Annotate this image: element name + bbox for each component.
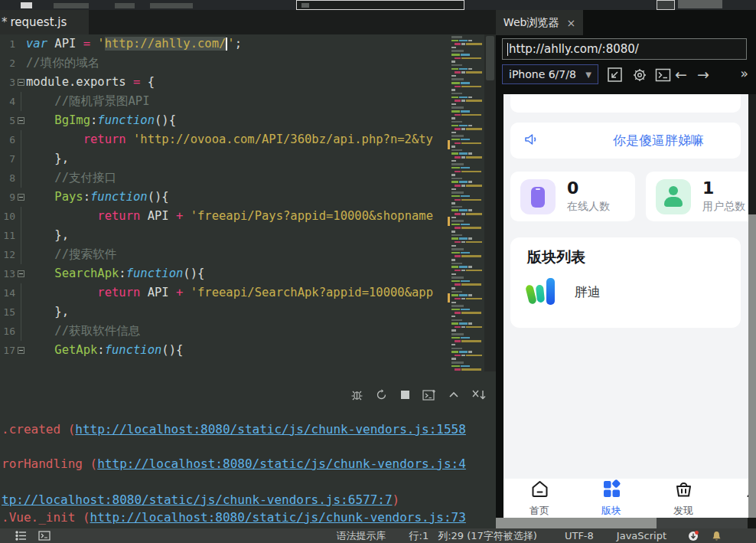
- minimap-segment: [455, 114, 461, 116]
- code-line: 12 //搜索软件: [0, 245, 448, 264]
- browser-vscrollbar[interactable]: [748, 94, 756, 518]
- back-arrow-icon[interactable]: ←: [675, 67, 687, 82]
- chevron-down-icon: ▼: [585, 70, 591, 79]
- fold-marker-icon[interactable]: [15, 73, 26, 92]
- collapse-icon[interactable]: [448, 390, 460, 401]
- tab-me[interactable]: 我: [719, 479, 748, 518]
- device-select[interactable]: iPhone 6/7/8 ▼: [502, 64, 598, 84]
- tab-request-js[interactable]: *request.js: [0, 10, 89, 34]
- cursor-line[interactable]: 行:1: [409, 529, 429, 543]
- minimap-segment: [451, 117, 455, 119]
- restart-icon[interactable]: [375, 388, 388, 401]
- minimap-segment: [451, 329, 456, 332]
- fold-marker-icon[interactable]: [15, 111, 26, 130]
- minimap-segment: [461, 128, 465, 130]
- stop-icon[interactable]: [399, 389, 411, 401]
- console-terminal-icon[interactable]: [655, 68, 671, 85]
- more-chevrons-icon[interactable]: »: [741, 66, 748, 81]
- minimap-segment: [455, 100, 461, 102]
- minimap-segment: [459, 40, 468, 42]
- user-count: 1: [702, 179, 745, 198]
- section-item[interactable]: 胖迪: [527, 277, 724, 306]
- toolbar-small-button[interactable]: [657, 0, 675, 10]
- settings-gear-icon[interactable]: [632, 67, 647, 86]
- open-external-icon[interactable]: [607, 67, 623, 86]
- hscrollbar-thumb[interactable]: [496, 518, 657, 528]
- stack-trace-link[interactable]: http://localhost:8080/static/js/chunk-ve…: [97, 456, 466, 471]
- tab-sections[interactable]: 版块: [575, 479, 647, 518]
- code-line: 7 },: [0, 149, 448, 168]
- outline-icon[interactable]: [15, 531, 28, 541]
- toolbar-run-button[interactable]: [678, 0, 722, 8]
- section-list-card: 版块列表 胖迪: [510, 237, 741, 328]
- console-line: .Vue._init (http://localhost:8080/static…: [2, 510, 466, 525]
- cursor-col-selection[interactable]: 列:29 (17字符被选择): [438, 529, 537, 543]
- minimap-segment: [455, 270, 461, 272]
- fold-marker-icon[interactable]: [15, 264, 26, 283]
- minimap-segment: [451, 135, 464, 137]
- tab-web-browser[interactable]: Web浏览器 ×: [496, 10, 583, 35]
- notice-bar[interactable]: 你是傻逼胖娣嘛: [510, 123, 741, 159]
- minimap-segment: [459, 237, 468, 240]
- minimap-segment: [461, 252, 470, 254]
- stack-trace-link[interactable]: http://localhost:8080/static/js/chunk-ve…: [75, 422, 466, 437]
- minimap-segment: [461, 195, 470, 198]
- browser-hscrollbar[interactable]: [496, 518, 756, 528]
- minimap-segment: [451, 139, 460, 141]
- code-line: 4 //随机背景图API: [0, 92, 448, 111]
- minimap[interactable]: [448, 34, 484, 371]
- terminal-panel-icon[interactable]: [38, 531, 51, 541]
- fold-guide: [15, 54, 26, 73]
- minimap-segment: [459, 152, 468, 155]
- toolbar-icon[interactable]: [21, 2, 32, 8]
- code-editor[interactable]: 1var API = 'http://ahlly.com/';2//填你的域名3…: [0, 34, 448, 371]
- close-icon[interactable]: ×: [566, 17, 575, 29]
- minimap-segment: [468, 68, 472, 70]
- minimap-segment: [461, 224, 470, 226]
- url-bar[interactable]: http://ahlly.com/:8080/: [502, 38, 747, 60]
- stack-trace-link[interactable]: http://localhost:8080/static/js/chunk-ve…: [90, 510, 466, 525]
- tab-discover-label: 发现: [673, 504, 693, 518]
- syntax-lib-status[interactable]: 语法提示库: [337, 529, 386, 543]
- language-status[interactable]: JavaScript: [617, 530, 666, 541]
- tab-home-label: 首页: [530, 504, 549, 518]
- minimap-segment: [461, 100, 465, 102]
- minimap-segment: [461, 185, 465, 187]
- clear-icon[interactable]: [471, 389, 487, 401]
- error-text: ): [393, 492, 400, 507]
- minimap-segment: [466, 156, 482, 159]
- minimap-segment: [461, 280, 470, 283]
- tab-home[interactable]: 首页: [503, 479, 575, 518]
- speaker-icon: [524, 132, 540, 149]
- editor-scrollbar-thumb[interactable]: [486, 36, 494, 80]
- minimap-segment: [468, 125, 472, 127]
- forward-arrow-icon[interactable]: →: [697, 67, 709, 82]
- minimap-segment: [451, 276, 464, 279]
- terminal-icon[interactable]: [422, 389, 436, 401]
- minimap-segment: [451, 110, 460, 113]
- fold-marker-icon[interactable]: [15, 341, 26, 360]
- minimap-segment: [451, 61, 455, 63]
- code-line: 17 GetApk:function(){: [0, 341, 448, 360]
- minimap-segment: [451, 167, 460, 169]
- stack-trace-link[interactable]: tp://localhost:8080/static/js/chunk-vend…: [2, 492, 393, 507]
- stat-card-users: 1 用户总数: [646, 172, 748, 221]
- minimap-segment: [461, 171, 481, 173]
- minimap-segment: [468, 294, 472, 296]
- minimap-segment: [451, 273, 456, 276]
- scrollbar-corner: [748, 518, 756, 528]
- bug-icon[interactable]: [350, 388, 363, 401]
- toolbar-search-input[interactable]: [296, 0, 464, 10]
- basket-icon: [673, 479, 694, 502]
- bell-icon[interactable]: [712, 531, 722, 541]
- console-line: tp://localhost:8080/static/js/chunk-vend…: [2, 492, 399, 508]
- encoding-status[interactable]: UTF-8: [565, 530, 594, 541]
- vscrollbar-thumb[interactable]: [748, 214, 756, 518]
- tab-discover[interactable]: 发现: [647, 479, 719, 518]
- minimap-segment: [466, 326, 482, 329]
- minimap-segment: [451, 191, 464, 194]
- update-icon[interactable]: [688, 530, 699, 541]
- minimap-segment: [461, 54, 470, 56]
- editor-scrollbar[interactable]: [484, 34, 496, 371]
- fold-marker-icon[interactable]: [15, 188, 26, 207]
